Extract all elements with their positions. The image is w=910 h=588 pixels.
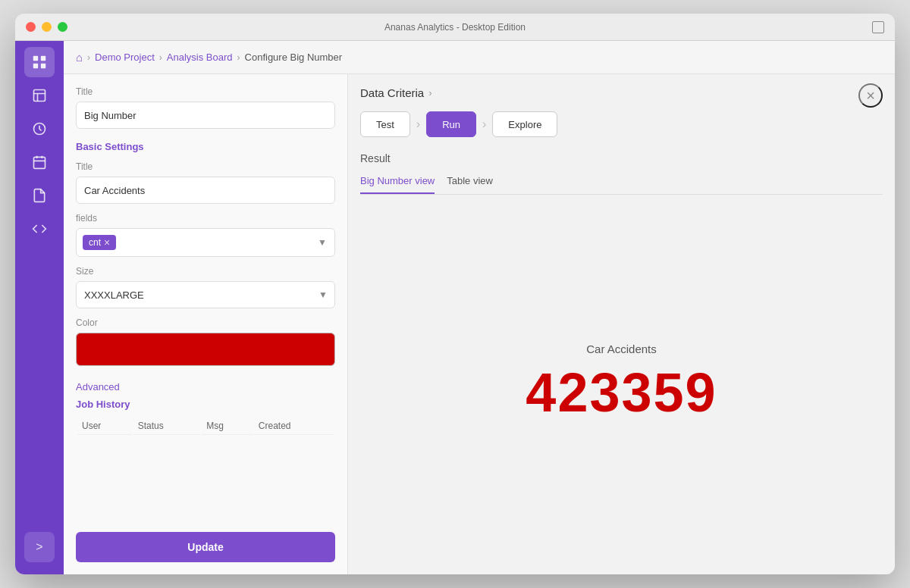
sidebar-icon-code[interactable]	[24, 214, 55, 244]
color-group: Color	[76, 317, 335, 366]
job-history-title: Job History	[76, 399, 335, 410]
bs-title-field-group: Title	[76, 161, 335, 204]
result-content: Car Accidents 423359	[360, 204, 883, 562]
title-input[interactable]	[76, 102, 335, 129]
result-label: Result	[360, 152, 883, 164]
col-status: Status	[133, 418, 200, 435]
window-controls	[26, 22, 67, 32]
close-button[interactable]	[26, 22, 36, 32]
cnt-tag: cnt ×	[83, 235, 116, 250]
sidebar-icon-clock[interactable]	[24, 114, 55, 144]
job-history-table: User Status Msg Created	[76, 416, 335, 436]
sidebar-icon-calendar[interactable]	[24, 147, 55, 177]
fields-group: fields cnt × ▼	[76, 213, 335, 257]
pipeline-row: Test › Run › Explore	[360, 111, 883, 137]
window-title: Ananas Analytics - Desktop Edition	[384, 22, 526, 33]
panels: Title Basic Settings Title fields cnt	[64, 74, 895, 574]
close-button[interactable]: ×	[858, 83, 883, 108]
breadcrumb-sep-3: ›	[237, 52, 240, 63]
data-criteria-title: Data Criteria ›	[360, 86, 432, 99]
bs-title-input[interactable]	[76, 177, 335, 204]
pipeline-sep-1: ›	[416, 117, 420, 131]
main-layout: > ⌂ › Demo Project › Analysis Board › Co…	[15, 41, 895, 574]
col-created: Created	[254, 418, 334, 435]
size-select-wrapper: SMALL MEDIUM LARGE XLARGE XXLARGE XXXLAR…	[76, 281, 335, 308]
breadcrumb-sep-1: ›	[87, 52, 90, 63]
size-group: Size SMALL MEDIUM LARGE XLARGE XXLARGE X…	[76, 266, 335, 308]
minimize-button[interactable]	[42, 22, 52, 32]
job-history-section: Job History User Status Msg Created	[76, 399, 335, 436]
svg-rect-4	[34, 90, 46, 102]
test-button[interactable]: Test	[360, 111, 410, 137]
breadcrumb-home[interactable]: ⌂	[76, 51, 83, 64]
sidebar-icon-document[interactable]	[24, 180, 55, 211]
basic-settings-title: Basic Settings	[76, 141, 335, 152]
sidebar-expand-button[interactable]: >	[24, 532, 55, 562]
run-button[interactable]: Run	[426, 111, 476, 137]
pipeline-sep-2: ›	[482, 117, 486, 131]
svg-rect-1	[41, 56, 46, 61]
size-label: Size	[76, 266, 335, 277]
title-field-group: Title	[76, 86, 335, 129]
sidebar-icon-analytics[interactable]	[24, 47, 55, 77]
col-msg: Msg	[202, 418, 253, 435]
svg-rect-6	[34, 157, 46, 168]
sidebar: >	[15, 41, 64, 574]
breadcrumb-item-demo-project[interactable]: Demo Project	[95, 52, 155, 63]
window-icon	[872, 21, 884, 33]
fields-dropdown[interactable]: cnt × ▼	[76, 228, 335, 257]
breadcrumb-item-configure: Configure Big Number	[245, 52, 343, 63]
size-select[interactable]: SMALL MEDIUM LARGE XLARGE XXLARGE XXXLAR…	[76, 281, 335, 308]
svg-rect-2	[33, 64, 38, 68]
svg-rect-0	[33, 56, 38, 61]
bs-title-label: Title	[76, 161, 335, 172]
result-section: Result Big Number view Table view	[360, 152, 883, 195]
data-criteria-header: Data Criteria ›	[360, 86, 883, 99]
sidebar-icon-chart[interactable]	[24, 80, 55, 111]
main-content: ⌂ › Demo Project › Analysis Board › Conf…	[64, 41, 895, 574]
breadcrumb: ⌂ › Demo Project › Analysis Board › Conf…	[64, 41, 895, 74]
svg-rect-3	[41, 64, 46, 68]
col-user: User	[77, 418, 132, 435]
left-panel: Title Basic Settings Title fields cnt	[64, 74, 348, 574]
app-window: Ananas Analytics - Desktop Edition	[15, 14, 895, 574]
data-criteria-arrow: ›	[428, 87, 431, 99]
update-button[interactable]: Update	[76, 532, 335, 562]
big-number-title: Car Accidents	[586, 342, 657, 355]
fields-label: fields	[76, 213, 335, 224]
advanced-link[interactable]: Advanced	[76, 381, 335, 393]
color-label: Color	[76, 317, 335, 328]
breadcrumb-item-analysis-board[interactable]: Analysis Board	[167, 52, 233, 63]
right-panel: Data Criteria › × Test › Run › Explore	[348, 74, 895, 574]
tag-remove-icon[interactable]: ×	[104, 236, 110, 249]
tab-big-number-view[interactable]: Big Number view	[360, 172, 435, 194]
titlebar: Ananas Analytics - Desktop Edition	[15, 14, 895, 41]
result-tabs: Big Number view Table view	[360, 172, 883, 195]
fields-dropdown-arrow: ▼	[318, 237, 327, 248]
title-label: Title	[76, 86, 335, 97]
breadcrumb-sep-2: ›	[159, 52, 162, 63]
maximize-button[interactable]	[58, 22, 67, 32]
color-picker[interactable]	[76, 333, 335, 366]
tab-table-view[interactable]: Table view	[447, 172, 493, 194]
big-number-value: 423359	[526, 361, 717, 424]
explore-button[interactable]: Explore	[492, 111, 557, 137]
